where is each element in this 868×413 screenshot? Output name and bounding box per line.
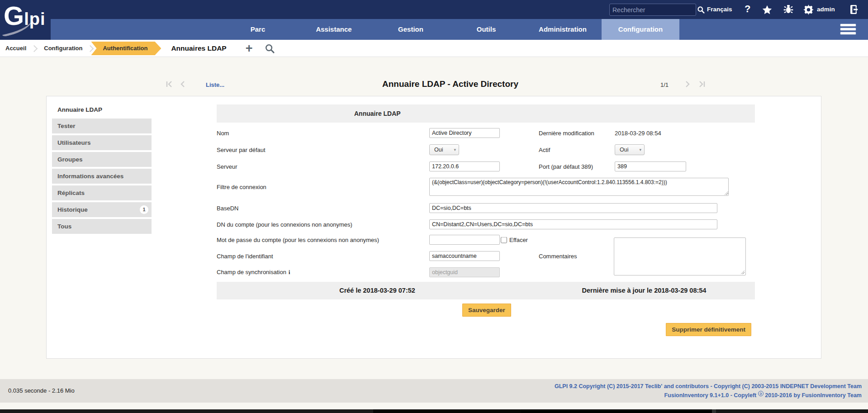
menu-administration[interactable]: Administration (524, 19, 602, 40)
delete-button[interactable]: Supprimer définitivement (666, 323, 751, 336)
copyright-line1[interactable]: GLPI 9.2 Copyright (C) 2015-2017 Teclib'… (555, 382, 862, 391)
breadcrumb: Accueil Configuration Authentification A… (0, 40, 868, 57)
effacer-label: Effacer (509, 237, 528, 243)
port-label: Port (par défaut 389) (539, 163, 593, 170)
nom-label: Nom (217, 130, 229, 137)
basedn-label: BaseDN (217, 205, 238, 212)
sync-label: Champ de synchronisation (217, 269, 286, 275)
bookmark-star-icon[interactable] (762, 5, 773, 15)
top-bar: Français ? admin (0, 0, 868, 19)
sidebar-item-informations-avancees[interactable]: Informations avancées (52, 169, 152, 184)
menu-assistance[interactable]: Assistance (299, 19, 369, 40)
global-search (609, 4, 696, 16)
breadcrumb-authentification[interactable]: Authentification (91, 42, 161, 55)
save-button[interactable]: Sauvegarder (462, 304, 511, 317)
serveur-par-defaut-select[interactable]: Oui▾ (429, 144, 459, 155)
menu-configuration[interactable]: Configuration (602, 19, 679, 40)
sidebar-item-groupes[interactable]: Groupes (52, 152, 152, 167)
search-input[interactable] (610, 6, 697, 14)
filtre-connexion-label: Filtre de connexion (217, 184, 266, 190)
language-selector[interactable]: Français (707, 6, 732, 13)
sidebar-item-label: Historique (57, 206, 88, 213)
menu-parc[interactable]: Parc (226, 19, 289, 40)
tabs-sidebar: Annuaire LDAP Tester Utilisateurs Groupe… (52, 103, 152, 236)
derniere-modification-label: Dernière modification (539, 130, 594, 137)
breadcrumb-accueil[interactable]: Accueil (0, 42, 33, 55)
footer: 0.035 seconde - 2.16 Mio GLPI 9.2 Copyri… (0, 379, 868, 403)
copyright-line2[interactable]: FusionInventory 9.1+1.0 - Copyleft ↄ 201… (555, 391, 862, 400)
derniere-modification-value: 2018-03-29 08:54 (615, 130, 661, 137)
bottom-edge-strip (0, 409, 868, 413)
help-icon[interactable]: ? (745, 3, 750, 15)
nom-input[interactable] (429, 128, 500, 138)
ldap-form: Annuaire LDAP Nom Dernière modification … (217, 104, 755, 349)
dn-compte-input[interactable] (429, 219, 717, 229)
breadcrumb-current: Annuaires LDAP (171, 44, 226, 52)
settings-gear-icon[interactable] (803, 5, 814, 15)
history-count-badge: 1 (140, 205, 148, 214)
sync-input (429, 267, 500, 277)
menu-outils[interactable]: Outils (452, 19, 520, 40)
commentaires-label: Commentaires (539, 253, 577, 260)
copyright-text: GLPI 9.2 Copyright (C) 2015-2017 Teclib'… (555, 382, 862, 400)
mot-de-passe-input[interactable] (429, 235, 500, 245)
info-icon[interactable]: i (289, 269, 290, 276)
content-card: Annuaire LDAP Tester Utilisateurs Groupe… (46, 96, 821, 359)
logout-icon[interactable] (849, 4, 860, 15)
form-header: Annuaire LDAP (217, 104, 755, 123)
record-dates-bar: Créé le 2018-03-29 07:52 Dernière mise à… (217, 282, 755, 299)
sidebar-item-tous[interactable]: Tous (52, 219, 152, 234)
filtre-connexion-textarea[interactable]: (&(objectClass=user)(objectCategory=pers… (429, 178, 729, 196)
resize-handle[interactable] (724, 191, 728, 195)
copyleft-icon: ↄ (758, 391, 764, 396)
serveur-par-defaut-label: Serveur par défaut (217, 147, 266, 153)
page-indicator: 1/1 (660, 81, 669, 88)
sidebar-item-utilisateurs[interactable]: Utilisateurs (52, 135, 152, 150)
basedn-input[interactable] (429, 203, 717, 213)
breadcrumb-configuration[interactable]: Configuration (38, 42, 89, 55)
sidebar-item-replicats[interactable]: Réplicats (52, 185, 152, 200)
main-menu: Parc Assistance Gestion Outils Administr… (0, 19, 868, 40)
chevron-down-icon: ▾ (639, 147, 641, 152)
dn-compte-label: DN du compte (pour les connexions non an… (217, 221, 352, 228)
serveur-label: Serveur (217, 163, 237, 170)
glpi-logo[interactable]: Glpi (0, 0, 51, 40)
logo-letter-g: G (4, 1, 24, 30)
sidebar-item-tester[interactable]: Tester (52, 119, 152, 133)
updated-date: Dernière mise à jour le 2018-03-29 08:54 (538, 282, 750, 299)
next-page-icon[interactable] (685, 81, 691, 88)
add-item-icon[interactable]: + (246, 43, 253, 54)
last-page-icon[interactable] (697, 81, 706, 88)
logo-letters: lpi (24, 9, 45, 28)
performance-stats: 0.035 seconde - 2.16 Mio (8, 387, 75, 394)
identifiant-input[interactable] (429, 251, 500, 261)
created-date: Créé le 2018-03-29 07:52 (271, 282, 484, 299)
page-title: Annuaire LDAP - Active Directory (33, 79, 868, 89)
chevron-down-icon: ▾ (454, 147, 456, 152)
search-list-icon[interactable] (265, 43, 275, 54)
mot-de-passe-label: Mot de passe du compte (pour les connexi… (217, 237, 379, 243)
menu-gestion[interactable]: Gestion (375, 19, 446, 40)
effacer-checkbox[interactable] (501, 237, 507, 243)
sidebar-item-annuaire-ldap[interactable]: Annuaire LDAP (52, 103, 152, 119)
search-icon[interactable] (697, 6, 705, 14)
actif-select[interactable]: Oui▾ (615, 144, 645, 155)
serveur-input[interactable] (429, 161, 500, 171)
record-title-bar: Liste... Annuaire LDAP - Active Director… (0, 76, 868, 93)
current-user[interactable]: admin (817, 6, 835, 13)
hamburger-menu-icon[interactable] (840, 24, 856, 36)
identifiant-label: Champ de l'identifiant (217, 253, 273, 260)
port-input[interactable] (615, 161, 686, 171)
sidebar-item-historique[interactable]: Historique 1 (52, 202, 152, 217)
actif-label: Actif (539, 147, 550, 153)
bug-report-icon[interactable] (783, 4, 794, 15)
